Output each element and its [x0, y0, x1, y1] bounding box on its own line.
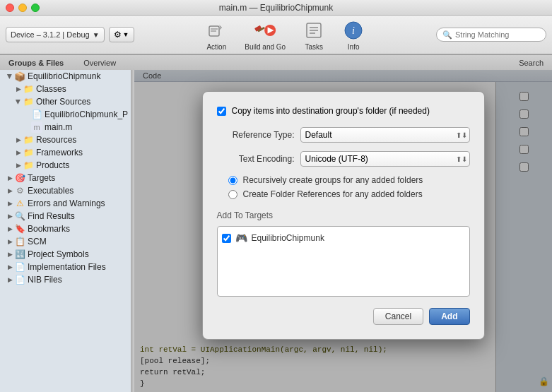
expand-arrow: ▶: [14, 97, 23, 106]
folder-icon: 📁: [23, 96, 34, 107]
sidebar-item-equilibrio-file[interactable]: ▶ 📄 EquilibrioChipmunk_P: [0, 108, 131, 121]
sidebar-item-errors[interactable]: ▶ ⚠ Errors and Warnings: [0, 197, 131, 210]
expand-arrow: ▶: [6, 237, 14, 246]
sidebar-label: Implementation Files: [28, 262, 106, 272]
text-encoding-select[interactable]: Unicode (UTF-8) UTF-16 Western (Mac OS R…: [300, 151, 470, 167]
expand-arrow: ▶: [14, 161, 23, 170]
copy-checkbox[interactable]: [217, 107, 226, 116]
add-button[interactable]: Add: [429, 308, 469, 325]
sidebar-label: Other Sources: [36, 97, 90, 107]
nib-icon: 📄: [14, 274, 25, 285]
folder-icon: 📁: [23, 134, 34, 145]
tasks-button[interactable]: Tasks: [303, 19, 325, 51]
action-button[interactable]: Action: [205, 19, 228, 51]
toolbar-right: 🔍: [436, 28, 546, 42]
project-icon: 📦: [14, 71, 25, 82]
search-box[interactable]: 🔍: [436, 28, 546, 42]
info-button[interactable]: i Info: [342, 19, 365, 51]
sidebar-item-equilibrio[interactable]: ▶ 📦 EquilibrioChipmunk: [0, 70, 131, 83]
search-input[interactable]: [455, 30, 540, 39]
overview-tab[interactable]: Overview: [81, 59, 119, 67]
sidebar-item-bookmarks[interactable]: ▶ 🔖 Bookmarks: [0, 222, 131, 235]
sidebar-label: Frameworks: [36, 148, 83, 158]
expand-arrow: ▶: [6, 212, 14, 220]
file-m-icon: m: [31, 121, 42, 133]
sidebar-label: SCM: [28, 237, 47, 247]
main-area: ▶ 📦 EquilibrioChipmunk ▶ 📁 Classes ▶ 📁 O…: [0, 70, 552, 392]
reference-type-select[interactable]: Default Absolute Path Relative to Projec…: [300, 127, 470, 143]
symbols-icon: 🔣: [14, 249, 25, 260]
sidebar-item-main-m[interactable]: ▶ m main.m: [0, 121, 131, 133]
sidebar-item-classes[interactable]: ▶ 📁 Classes: [0, 83, 131, 95]
targets-section: Add To Targets 🎮 EquilibrioChipmunk: [217, 210, 470, 297]
warning-icon: ⚠: [14, 198, 25, 209]
tasks-label: Tasks: [305, 43, 323, 51]
sidebar-item-find[interactable]: ▶ 🔍 Find Results: [0, 210, 131, 222]
expand-arrow: ▶: [6, 275, 14, 284]
device-label: Device – 3.1.2 | Debug: [11, 30, 90, 39]
action-icon: [205, 19, 228, 42]
action-label: Action: [206, 43, 226, 51]
sidebar-item-resources[interactable]: ▶ 📁 Resources: [0, 133, 131, 146]
impl-icon: 📄: [14, 261, 25, 273]
target-app-icon: 🎮: [235, 232, 247, 244]
sidebar-item-project-symbols[interactable]: ▶ 🔣 Project Symbols: [0, 248, 131, 261]
maximize-button[interactable]: [31, 4, 40, 12]
sidebar-label: NIB Files: [28, 275, 62, 285]
sidebar-item-executables[interactable]: ▶ ⚙ Executables: [0, 184, 131, 197]
sidebar-label: Errors and Warnings: [28, 198, 105, 208]
expand-arrow: ▶: [6, 199, 14, 208]
build-icon: [254, 19, 276, 42]
copy-checkbox-row: Copy items into destination group's fold…: [217, 106, 470, 116]
exec-icon: ⚙: [14, 185, 25, 196]
groups-files-tab[interactable]: Groups & Files: [6, 59, 66, 67]
gear-arrow: ▼: [123, 31, 129, 38]
reference-type-row: Reference Type: Default Absolute Path Re…: [217, 127, 470, 143]
targets-list: 🎮 EquilibrioChipmunk: [217, 226, 470, 297]
scm-icon: 📋: [14, 236, 25, 247]
device-selector[interactable]: Device – 3.1.2 | Debug ▼: [6, 27, 105, 42]
reference-type-label: Reference Type:: [217, 130, 295, 140]
expand-arrow: ▶: [14, 85, 23, 93]
file-icon: 📄: [31, 109, 42, 120]
radio-recursive[interactable]: [228, 176, 237, 185]
expand-arrow: ▶: [14, 136, 23, 144]
build-and-go-button[interactable]: Build and Go: [245, 19, 286, 51]
radio-recursive-label: Recursively create groups for any added …: [243, 175, 423, 185]
gear-icon: ⚙: [114, 30, 122, 40]
copy-label: Copy items into destination group's fold…: [232, 106, 430, 116]
reference-type-select-wrapper: Default Absolute Path Relative to Projec…: [300, 127, 470, 143]
sidebar-item-scm[interactable]: ▶ 📋 SCM: [0, 235, 131, 248]
toolbar-left: Device – 3.1.2 | Debug ▼ ⚙ ▼: [6, 27, 134, 42]
sidebar-item-impl-files[interactable]: ▶ 📄 Implementation Files: [0, 261, 131, 273]
radio-group: Recursively create groups for any added …: [217, 175, 470, 199]
info-label: Info: [348, 43, 360, 51]
sidebar-item-products[interactable]: ▶ 📁 Products: [0, 159, 131, 172]
sidebar-label: Products: [36, 160, 69, 170]
cancel-button[interactable]: Cancel: [373, 308, 423, 325]
expand-arrow: ▶: [6, 263, 14, 271]
sidebar-item-frameworks[interactable]: ▶ 📁 Frameworks: [0, 146, 131, 159]
search-tab[interactable]: Search: [516, 59, 546, 67]
sidebar-label: Resources: [36, 135, 76, 145]
toolbar-center: Action Build and Go: [139, 19, 432, 51]
radio-folder-label: Create Folder References for any added f…: [243, 189, 423, 199]
traffic-lights: [6, 4, 40, 12]
target-icon: 🎯: [14, 172, 25, 184]
sidebar-label: EquilibrioChipmunk: [28, 71, 100, 81]
status-bar: Groups & Files Overview Search: [0, 54, 552, 70]
minimize-button[interactable]: [18, 4, 27, 12]
radio-folder-refs[interactable]: [228, 190, 237, 199]
gear-button[interactable]: ⚙ ▼: [109, 27, 134, 42]
folder-icon: 📁: [23, 83, 34, 95]
sidebar-label: Bookmarks: [28, 224, 70, 234]
sidebar-label: main.m: [45, 122, 72, 132]
folder-icon: 📁: [23, 147, 34, 158]
close-button[interactable]: [6, 4, 14, 12]
sidebar-item-targets[interactable]: ▶ 🎯 Targets: [0, 172, 131, 184]
sidebar-item-nib-files[interactable]: ▶ 📄 NIB Files: [0, 273, 131, 286]
expand-arrow: ▶: [6, 72, 14, 81]
expand-arrow: ▶: [6, 225, 14, 233]
target-checkbox[interactable]: [222, 234, 231, 243]
sidebar-item-other-sources[interactable]: ▶ 📁 Other Sources: [0, 95, 131, 108]
